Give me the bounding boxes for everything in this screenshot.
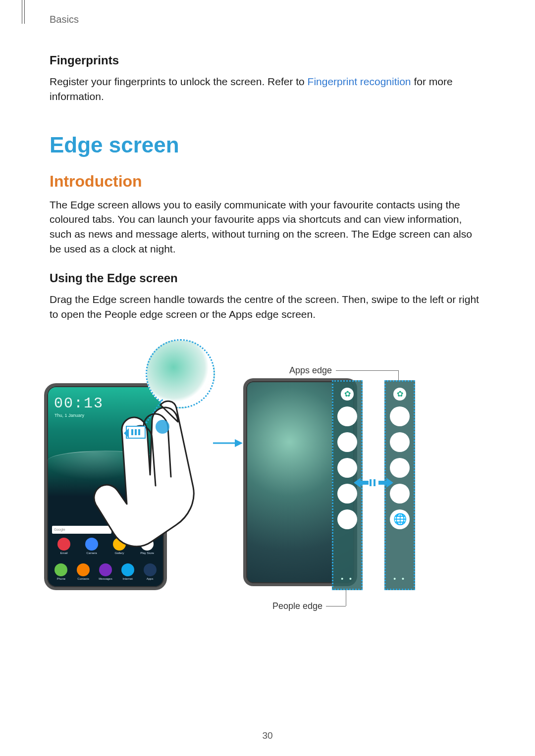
contact-avatar-icon <box>337 509 357 529</box>
clock-date: Thu, 1 January <box>54 413 84 418</box>
people-edge-label: People edge <box>272 601 322 611</box>
svg-marker-3 <box>354 478 369 488</box>
app-icon: Contacts <box>75 563 91 580</box>
messages-icon <box>99 563 112 576</box>
contacts-icon <box>77 563 90 576</box>
using-edge-heading: Using the Edge screen <box>50 271 481 285</box>
page-number: 30 <box>0 730 535 741</box>
svg-marker-6 <box>378 478 393 488</box>
margin-rule <box>22 0 22 24</box>
contact-avatar-icon <box>337 432 357 452</box>
svg-marker-2 <box>235 439 243 447</box>
app-icon: Phone <box>53 563 69 580</box>
contact-avatar-icon <box>337 406 357 426</box>
app-label: Apps <box>142 577 158 580</box>
app-label: Gallery <box>111 552 127 554</box>
internet-app-icon: 🌐 <box>390 509 410 529</box>
leader-line <box>398 370 399 380</box>
pager-dots-icon: • • <box>393 575 406 583</box>
introduction-heading: Introduction <box>50 172 481 191</box>
figure: 00:13 Thu, 1 January Google EmailCameraG… <box>50 342 481 619</box>
app-label: Phone <box>53 577 69 580</box>
introduction-text: The Edge screen allows you to easily com… <box>50 198 481 256</box>
internet-icon <box>121 563 134 576</box>
pager-dots-icon: • • <box>341 575 354 583</box>
gallery-app-icon: ❀ <box>390 458 410 478</box>
hand-gesture-icon <box>91 395 220 549</box>
app-icon: Apps <box>142 563 158 580</box>
app-label: Internet <box>120 577 136 580</box>
swipe-left-indicator-icon <box>126 426 146 439</box>
app-label: Camera <box>84 552 100 554</box>
camera-app-icon: ◉ <box>390 432 410 452</box>
fingerprints-heading: Fingerprints <box>50 53 481 67</box>
apps-icon <box>144 563 157 576</box>
app-label: Contacts <box>75 577 91 580</box>
phone-icon <box>54 563 67 576</box>
svg-rect-5 <box>374 479 375 486</box>
page-content: Fingerprints Register your fingerprints … <box>50 53 481 619</box>
app-label: Email <box>56 552 72 554</box>
swipe-both-indicator-icon <box>354 475 393 490</box>
apps-edge-label: Apps edge <box>289 365 332 376</box>
leader-line <box>346 589 346 606</box>
fingerprints-text: Register your fingerprints to unlock the… <box>50 74 481 104</box>
using-edge-text: Drag the Edge screen handle towards the … <box>50 292 481 322</box>
gear-icon: ✿ <box>341 388 354 401</box>
edge-screen-heading: Edge screen <box>50 133 481 157</box>
dock-row: PhoneContactsMessagesInternetApps <box>47 563 164 580</box>
leader-line <box>326 606 346 606</box>
gear-icon: ✿ <box>393 388 406 401</box>
app-label: Messages <box>98 577 113 580</box>
svg-rect-4 <box>370 479 372 486</box>
section-header: Basics <box>50 14 79 25</box>
app-label: Play Store <box>139 552 155 554</box>
leader-line <box>336 370 398 371</box>
app-icon: Messages <box>98 563 113 580</box>
svg-point-0 <box>156 420 169 434</box>
calculator-app-icon: ± <box>390 406 410 426</box>
arrow-right-icon <box>213 438 243 448</box>
fingerprint-recognition-link[interactable]: Fingerprint recognition <box>308 76 411 87</box>
email-icon <box>57 538 70 551</box>
margin-rule <box>24 0 25 24</box>
contact-avatar-icon <box>337 458 357 478</box>
app-icon: Email <box>56 538 72 554</box>
text: Register your fingerprints to unlock the… <box>50 76 308 87</box>
app-icon: Internet <box>120 563 136 580</box>
